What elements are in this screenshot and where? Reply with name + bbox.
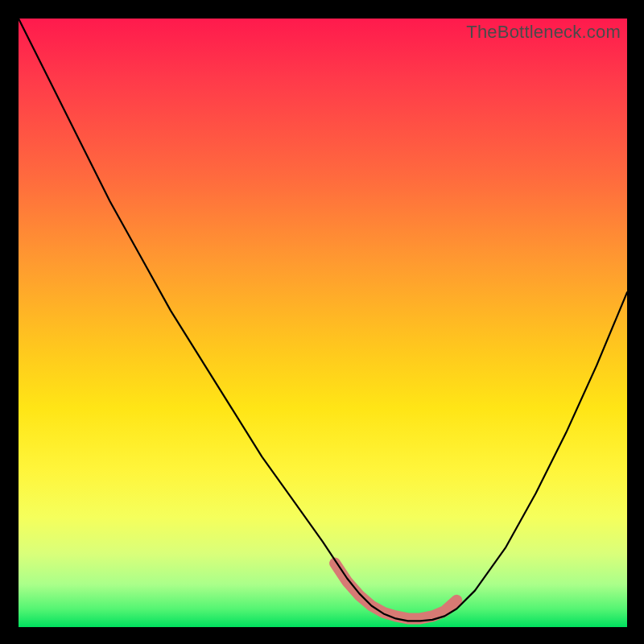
chart-frame: TheBottleneck.com	[0, 0, 644, 644]
curve-layer	[19, 19, 627, 627]
plot-area: TheBottleneck.com	[19, 19, 627, 627]
main-curve-path	[19, 19, 627, 621]
trough-highlight-path	[335, 564, 456, 619]
